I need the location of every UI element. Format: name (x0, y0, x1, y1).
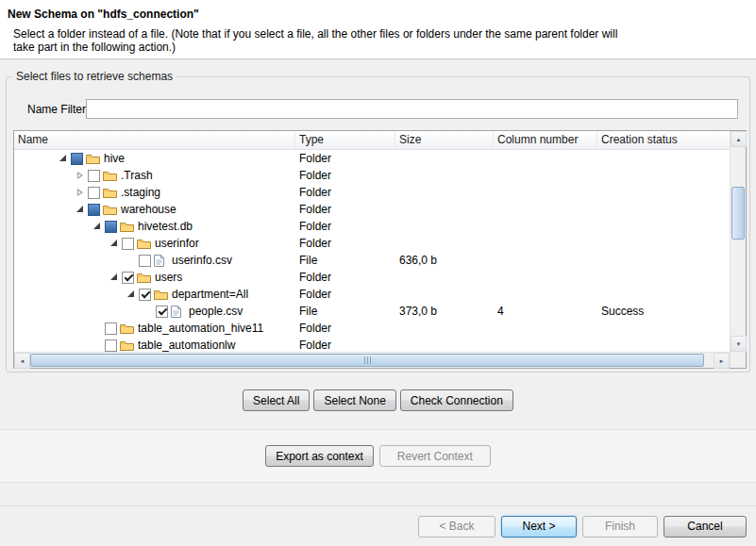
table-main: NameTypeSizeColumn numberCreation status… (14, 131, 730, 368)
wizard-header: New Schema on "hdfs_connection" Select a… (0, 0, 756, 59)
row-checkbox[interactable] (139, 289, 151, 301)
tree-indent (14, 260, 124, 261)
cell-type: Folder (295, 235, 395, 252)
collapse-expander-icon[interactable] (124, 287, 139, 302)
cell-type: File (295, 252, 395, 269)
name-filter-input[interactable] (86, 99, 738, 119)
vertical-scrollbar[interactable]: ▲ ▼ (731, 131, 746, 352)
table-row[interactable]: table_automationlwFolder (14, 337, 730, 352)
scroll-grip-icon (364, 356, 371, 364)
tree-indent (14, 192, 73, 193)
revert-context-button: Revert Context (379, 445, 491, 467)
table-row[interactable]: table_automation_hive11Folder (14, 320, 730, 337)
right-arrow-icon[interactable]: ► (714, 353, 730, 369)
folder-icon (154, 288, 171, 301)
table-row[interactable]: userinforFolder (14, 235, 730, 252)
name-filter-label: Name Filter: (27, 103, 89, 116)
folder-icon (120, 322, 137, 335)
vertical-scrollbar-column: ▲ ▼ (730, 131, 746, 368)
scrollbar-corner (731, 352, 746, 368)
export-as-context-button[interactable]: Export as context (265, 445, 374, 467)
tree-indent (14, 277, 107, 278)
cell-name: users (14, 269, 295, 286)
col-header-size[interactable]: Size (395, 131, 494, 149)
tree-indent (14, 175, 73, 176)
cell-column-number: 4 (494, 303, 597, 320)
cell-name: department=All (14, 286, 295, 303)
next-button[interactable]: Next > (501, 516, 577, 538)
table-row[interactable]: usersFolder (14, 269, 730, 286)
row-checkbox[interactable] (88, 187, 100, 199)
vertical-scroll-thumb[interactable] (731, 187, 745, 240)
col-header-name[interactable]: Name (14, 131, 295, 149)
description-line-2: take part in the following action.) (13, 41, 617, 54)
table-actions-bar: Select All Select None Check Connection (0, 389, 756, 411)
row-checkbox[interactable] (122, 238, 134, 250)
vertical-scroll-track[interactable] (731, 147, 746, 336)
collapse-expander-icon[interactable] (107, 236, 122, 251)
cell-type: Folder (295, 184, 395, 201)
folder-icon (103, 186, 120, 199)
finish-button: Finish (582, 516, 658, 538)
table-row[interactable]: hiveFolder (14, 150, 730, 167)
horizontal-scroll-track[interactable] (30, 353, 714, 368)
row-checkbox[interactable] (105, 221, 117, 233)
col-header-type[interactable]: Type (295, 131, 395, 149)
expand-expander-icon[interactable] (73, 168, 88, 183)
table-row[interactable]: hivetest.dbFolder (14, 218, 730, 235)
row-checkbox[interactable] (105, 339, 117, 352)
up-arrow-icon[interactable]: ▲ (731, 131, 747, 147)
tree-indent (14, 243, 107, 244)
table-row[interactable]: userinfo.csvFile636,0 b (14, 252, 730, 269)
row-label: userinfo.csv (172, 252, 232, 269)
tree-indent (14, 328, 90, 329)
row-checkbox[interactable] (122, 272, 134, 284)
group-label: Select files to retrieve schemas (12, 70, 176, 83)
expand-expander-icon[interactable] (73, 185, 88, 200)
row-checkbox[interactable] (88, 170, 100, 182)
select-none-button[interactable]: Select None (313, 389, 395, 411)
left-arrow-icon[interactable]: ◄ (14, 353, 30, 369)
select-all-button[interactable]: Select All (243, 389, 310, 411)
cell-name: table_automationlw (14, 337, 295, 352)
expander-placeholder (90, 338, 105, 352)
down-arrow-icon[interactable]: ▼ (731, 336, 747, 352)
table-row[interactable]: people.csvFile373,0 b4Success (14, 303, 730, 320)
table-row[interactable]: department=AllFolder (14, 286, 730, 303)
row-checkbox[interactable] (71, 153, 83, 165)
collapse-expander-icon[interactable] (107, 270, 122, 285)
row-checkbox[interactable] (156, 306, 168, 318)
back-button: < Back (418, 516, 496, 538)
cell-name: hive (14, 150, 295, 167)
cancel-button[interactable]: Cancel (664, 516, 747, 538)
cell-type: Folder (295, 320, 395, 337)
row-checkbox[interactable] (139, 255, 151, 267)
cell-name: warehouse (14, 201, 295, 218)
row-checkbox[interactable] (88, 204, 100, 216)
col-header-column-number[interactable]: Column number (494, 131, 597, 149)
table-header: NameTypeSizeColumn numberCreation status (14, 131, 730, 150)
collapse-expander-icon[interactable] (90, 219, 105, 234)
horizontal-scroll-thumb[interactable] (30, 354, 704, 367)
row-label: .Trash (121, 167, 153, 184)
cell-type: Folder (295, 337, 395, 352)
collapse-expander-icon[interactable] (73, 202, 88, 217)
table-row[interactable]: warehouseFolder (14, 201, 730, 218)
row-label: department=All (172, 286, 248, 303)
row-label: table_automationlw (138, 337, 235, 352)
cell-size: 636,0 b (395, 252, 494, 269)
table-row[interactable]: .stagingFolder (14, 184, 730, 201)
row-label: warehouse (121, 201, 176, 218)
cell-name: .staging (14, 184, 295, 201)
row-checkbox[interactable] (105, 323, 117, 335)
tree-indent (14, 345, 90, 346)
horizontal-scrollbar[interactable]: ◄ ► (14, 352, 730, 368)
folder-icon (120, 339, 137, 352)
table-row[interactable]: .TrashFolder (14, 167, 730, 184)
col-header-creation-status[interactable]: Creation status (597, 131, 730, 149)
cell-name: hivetest.db (14, 218, 295, 235)
file-icon (154, 254, 171, 267)
folder-icon (137, 237, 154, 250)
collapse-expander-icon[interactable] (56, 151, 71, 166)
check-connection-button[interactable]: Check Connection (400, 389, 513, 411)
